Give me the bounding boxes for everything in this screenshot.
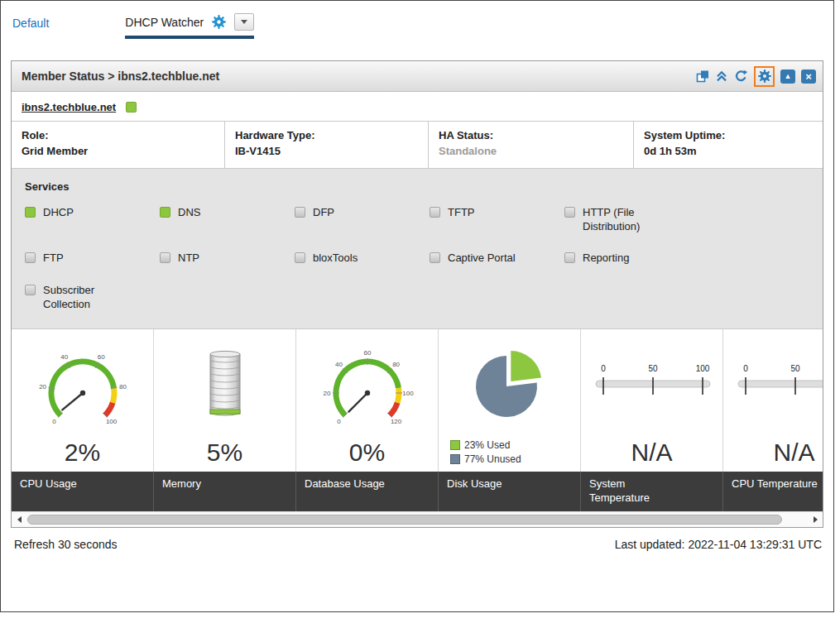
- service-label: Subscriber Collection: [43, 284, 113, 312]
- close-icon[interactable]: ×: [801, 69, 816, 84]
- widget-header: Member Status > ibns2.techblue.net: [12, 61, 823, 92]
- service-dfp: DFP: [295, 206, 430, 234]
- info-label: Role:: [22, 128, 214, 144]
- horizontal-scrollbar[interactable]: [12, 511, 823, 527]
- cpu-temperature-scale-gauge: 050100: [723, 329, 823, 437]
- scroll-left-arrow[interactable]: [12, 512, 26, 527]
- services-grid: DHCPDNSDFPTFTPHTTP (File Distribution)FT…: [22, 206, 813, 312]
- collapse-icon[interactable]: [715, 69, 728, 83]
- metric-value: 5%: [207, 437, 242, 472]
- service-label: HTTP (File Distribution): [583, 206, 652, 234]
- service-status-checkbox: [25, 252, 36, 263]
- metric-system-temperature: 050100N/A: [581, 329, 723, 472]
- member-status-indicator: [126, 102, 137, 113]
- svg-text:50: 50: [790, 364, 800, 373]
- service-status-checkbox: [160, 252, 170, 263]
- metric-label-database-usage: Database Usage: [296, 472, 439, 511]
- chevron-down-icon: [241, 20, 247, 24]
- info-value: IB-V1415: [235, 144, 418, 160]
- service-label: FTP: [43, 252, 64, 266]
- svg-text:0: 0: [337, 418, 341, 425]
- svg-text:60: 60: [363, 348, 371, 356]
- tab-default[interactable]: Default: [12, 17, 49, 39]
- maximize-icon[interactable]: ▲: [780, 69, 795, 84]
- scroll-right-arrow[interactable]: [809, 512, 822, 527]
- svg-text:100: 100: [105, 418, 117, 425]
- metric-labels-row: CPU UsageMemoryDatabase UsageDisk UsageS…: [12, 472, 823, 511]
- widget-toolbar: ▲ ×: [696, 66, 816, 87]
- metric-disk-usage: 23% Used77% Unused: [439, 329, 581, 472]
- service-ftp: FTP: [25, 252, 160, 266]
- service-http-file-distribution: HTTP (File Distribution): [564, 206, 746, 234]
- metric-value: 2%: [65, 437, 100, 472]
- metric-cpu-usage: 0204060801002%: [12, 329, 154, 472]
- service-status-checkbox: [295, 207, 305, 218]
- services-section: Services DHCPDNSDFPTFTPHTTP (File Distri…: [12, 169, 823, 329]
- refresh-icon[interactable]: [734, 69, 748, 83]
- system-temperature-scale-gauge: 050100: [581, 329, 722, 437]
- metric-label-cpu-temperature: CPU Temperature: [723, 472, 823, 511]
- service-captive-portal: Captive Portal: [430, 252, 564, 266]
- cpu-usage-gauge: 020406080100: [12, 329, 153, 437]
- service-status-checkbox: [430, 207, 440, 218]
- info-cell-ha-status: HA Status: Standalone: [429, 122, 634, 168]
- metric-label-memory: Memory: [154, 472, 296, 511]
- svg-text:100: 100: [402, 389, 414, 396]
- metric-label-text: CPU Temperature: [732, 477, 818, 491]
- member-link[interactable]: ibns2.techblue.net: [22, 101, 116, 113]
- metrics-row: 0204060801002%5%0204060801001200%23% Use…: [12, 329, 823, 472]
- services-title: Services: [25, 180, 813, 193]
- metric-label-text: Memory: [162, 477, 201, 491]
- scrollbar-track[interactable]: [26, 512, 809, 527]
- tab-menu-button[interactable]: [234, 13, 254, 31]
- restore-window-icon[interactable]: [696, 69, 709, 83]
- left-triangle-icon: [17, 516, 22, 523]
- metric-label-cpu-usage: CPU Usage: [12, 472, 154, 511]
- metric-value: N/A: [631, 437, 672, 472]
- memory-cylinder-gauge: [154, 329, 295, 437]
- svg-text:20: 20: [323, 389, 330, 396]
- svg-text:0: 0: [52, 418, 56, 425]
- metric-memory: 5%: [154, 329, 296, 472]
- settings-gear-button[interactable]: [754, 66, 775, 87]
- last-updated-text: Last updated: 2022-11-04 13:29:31 UTC: [615, 538, 822, 551]
- metric-label-text: CPU Usage: [20, 477, 77, 491]
- legend-label: 77% Unused: [464, 453, 521, 465]
- svg-text:120: 120: [390, 418, 401, 425]
- metric-label-text: Disk Usage: [447, 477, 502, 491]
- service-label: Captive Portal: [448, 252, 516, 266]
- metric-label-text: Database Usage: [305, 477, 385, 491]
- metric-cpu-temperature: 050100N/A: [723, 329, 823, 472]
- svg-text:0: 0: [601, 364, 606, 373]
- tab-dhcp-watcher[interactable]: DHCP Watcher: [125, 13, 254, 39]
- tab-dhcp-watcher-label: DHCP Watcher: [125, 16, 204, 29]
- member-status-widget: Member Status > ibns2.techblue.net: [11, 60, 823, 528]
- tab-gear-icon[interactable]: [211, 14, 227, 30]
- service-tftp: TFTP: [430, 206, 564, 234]
- service-dhcp: DHCP: [25, 206, 160, 234]
- service-label: TFTP: [448, 206, 475, 220]
- svg-text:80: 80: [118, 382, 126, 390]
- svg-text:60: 60: [97, 352, 104, 360]
- metric-label-disk-usage: Disk Usage: [439, 472, 581, 511]
- dashboard-tab-bar: Default DHCP Watcher: [1, 1, 833, 39]
- member-info-table: Role: Grid Member Hardware Type: IB-V141…: [12, 121, 823, 169]
- legend-row: 23% Used: [450, 439, 521, 451]
- service-status-checkbox: [25, 285, 36, 295]
- service-label: NTP: [178, 252, 199, 266]
- service-label: bloxTools: [313, 252, 358, 266]
- service-ntp: NTP: [160, 252, 295, 266]
- legend-swatch: [450, 440, 460, 450]
- scrollbar-thumb[interactable]: [27, 515, 782, 525]
- service-subscriber-collection: Subscriber Collection: [25, 284, 160, 312]
- service-status-checkbox: [25, 207, 36, 218]
- disk-usage-pie-chart: [439, 329, 580, 437]
- legend-row: 77% Unused: [450, 453, 521, 465]
- service-label: Reporting: [583, 252, 629, 266]
- svg-text:40: 40: [60, 352, 68, 360]
- info-cell-role: Role: Grid Member: [12, 122, 225, 168]
- info-label: HA Status:: [439, 128, 623, 144]
- service-label: DFP: [313, 206, 334, 220]
- refresh-interval-text: Refresh 30 seconds: [14, 538, 118, 551]
- service-dns: DNS: [160, 206, 295, 234]
